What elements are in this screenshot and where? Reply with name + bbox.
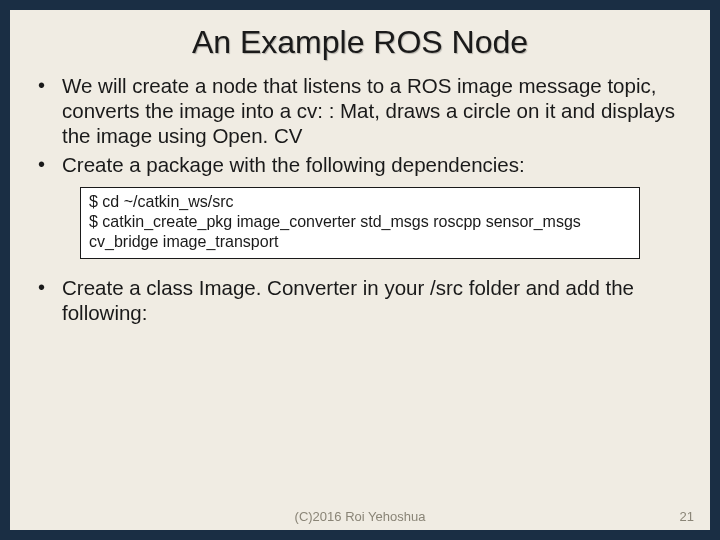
bullet-item: Create a class Image. Converter in your …	[28, 275, 680, 325]
footer-copyright: (C)2016 Roi Yehoshua	[10, 509, 710, 524]
code-box: $ cd ~/catkin_ws/src $ catkin_create_pkg…	[80, 187, 640, 259]
bullet-list: We will create a node that listens to a …	[28, 73, 680, 177]
bullet-item: Create a package with the following depe…	[28, 152, 680, 177]
bullet-item: We will create a node that listens to a …	[28, 73, 680, 148]
page-number: 21	[680, 509, 694, 524]
bullet-list: Create a class Image. Converter in your …	[28, 275, 680, 325]
slide-content: We will create a node that listens to a …	[10, 73, 710, 530]
slide: An Example ROS Node We will create a nod…	[10, 10, 710, 530]
slide-title: An Example ROS Node	[10, 24, 710, 61]
